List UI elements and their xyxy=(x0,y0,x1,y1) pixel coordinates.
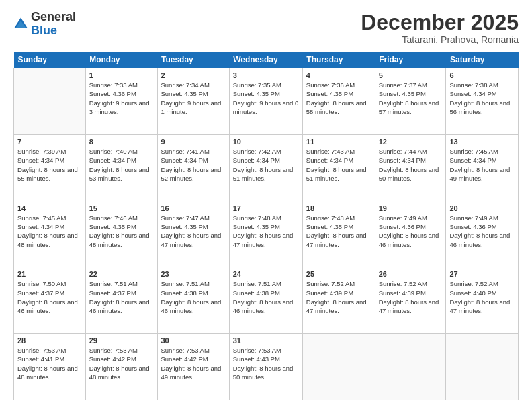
sunrise-text: Sunrise: 7:53 AM xyxy=(89,347,138,354)
sunset-text: Sunset: 4:37 PM xyxy=(89,289,136,297)
table-row: 21 Sunrise: 7:50 AM Sunset: 4:37 PM Dayl… xyxy=(14,267,86,334)
sunset-text: Sunset: 4:35 PM xyxy=(89,223,136,230)
day-info: Sunrise: 7:52 AM Sunset: 4:40 PM Dayligh… xyxy=(449,279,515,315)
calendar-week-row: 7 Sunrise: 7:39 AM Sunset: 4:34 PM Dayli… xyxy=(14,134,519,201)
day-number: 25 xyxy=(306,270,371,278)
day-number: 26 xyxy=(379,270,443,278)
sunrise-text: Sunrise: 7:41 AM xyxy=(161,148,210,155)
daylight-text: Daylight: 8 hours and 49 minutes. xyxy=(161,365,222,381)
sunset-text: Sunset: 4:42 PM xyxy=(89,355,136,363)
table-row: 22 Sunrise: 7:51 AM Sunset: 4:37 PM Dayl… xyxy=(85,267,157,334)
day-number: 3 xyxy=(233,71,299,79)
daylight-text: Daylight: 8 hours and 47 minutes. xyxy=(379,298,439,314)
sunrise-text: Sunrise: 7:52 AM xyxy=(306,280,355,287)
day-info: Sunrise: 7:47 AM Sunset: 4:35 PM Dayligh… xyxy=(161,214,226,249)
day-number: 6 xyxy=(449,71,515,79)
day-number: 29 xyxy=(89,336,154,345)
sunset-text: Sunset: 4:39 PM xyxy=(379,289,426,297)
sunrise-text: Sunrise: 7:51 AM xyxy=(233,280,281,287)
day-number: 2 xyxy=(161,71,226,79)
logo-icon xyxy=(13,17,28,32)
day-number: 18 xyxy=(306,204,371,212)
daylight-text: Daylight: 8 hours and 46 minutes. xyxy=(17,298,78,314)
daylight-text: Daylight: 8 hours and 52 minutes. xyxy=(161,166,222,182)
day-info: Sunrise: 7:43 AM Sunset: 4:34 PM Dayligh… xyxy=(306,147,371,183)
daylight-text: Daylight: 8 hours and 47 minutes. xyxy=(306,232,367,248)
sunrise-text: Sunrise: 7:51 AM xyxy=(89,280,138,287)
sunset-text: Sunset: 4:38 PM xyxy=(233,289,280,297)
day-info: Sunrise: 7:52 AM Sunset: 4:39 PM Dayligh… xyxy=(379,279,443,315)
sunrise-text: Sunrise: 7:33 AM xyxy=(89,81,138,89)
day-number: 30 xyxy=(161,336,226,345)
header-friday: Friday xyxy=(375,52,446,68)
day-number: 15 xyxy=(89,204,154,212)
sunrise-text: Sunrise: 7:53 AM xyxy=(161,347,210,354)
table-row: 25 Sunrise: 7:52 AM Sunset: 4:39 PM Dayl… xyxy=(302,267,375,334)
daylight-text: Daylight: 8 hours and 49 minutes. xyxy=(449,166,510,182)
daylight-text: Daylight: 8 hours and 51 minutes. xyxy=(233,166,294,182)
daylight-text: Daylight: 8 hours and 50 minutes. xyxy=(233,365,294,381)
table-row xyxy=(446,334,519,400)
sunrise-text: Sunrise: 7:38 AM xyxy=(449,81,498,89)
day-number: 4 xyxy=(306,71,371,79)
sunrise-text: Sunrise: 7:47 AM xyxy=(161,214,210,222)
sunrise-text: Sunrise: 7:45 AM xyxy=(17,214,66,222)
daylight-text: Daylight: 8 hours and 47 minutes. xyxy=(306,298,367,314)
table-row: 7 Sunrise: 7:39 AM Sunset: 4:34 PM Dayli… xyxy=(14,134,86,201)
sunrise-text: Sunrise: 7:52 AM xyxy=(379,280,427,287)
weekday-header-row: Sunday Monday Tuesday Wednesday Thursday… xyxy=(14,52,519,68)
day-number: 7 xyxy=(17,138,82,146)
sunrise-text: Sunrise: 7:49 AM xyxy=(379,214,427,222)
table-row: 26 Sunrise: 7:52 AM Sunset: 4:39 PM Dayl… xyxy=(375,267,446,334)
table-row: 10 Sunrise: 7:42 AM Sunset: 4:34 PM Dayl… xyxy=(229,134,302,201)
table-row: 12 Sunrise: 7:44 AM Sunset: 4:34 PM Dayl… xyxy=(375,134,446,201)
sunset-text: Sunset: 4:34 PM xyxy=(161,156,208,164)
day-info: Sunrise: 7:44 AM Sunset: 4:34 PM Dayligh… xyxy=(379,147,443,183)
sunrise-text: Sunrise: 7:50 AM xyxy=(17,280,66,287)
calendar-week-row: 21 Sunrise: 7:50 AM Sunset: 4:37 PM Dayl… xyxy=(14,267,519,334)
day-number: 17 xyxy=(233,204,299,212)
day-info: Sunrise: 7:33 AM Sunset: 4:36 PM Dayligh… xyxy=(89,81,154,116)
day-number: 13 xyxy=(449,138,515,146)
calendar-week-row: 28 Sunrise: 7:53 AM Sunset: 4:41 PM Dayl… xyxy=(14,334,519,400)
sunrise-text: Sunrise: 7:35 AM xyxy=(233,81,281,89)
header-tuesday: Tuesday xyxy=(157,52,229,68)
sunset-text: Sunset: 4:34 PM xyxy=(89,156,136,164)
sunrise-text: Sunrise: 7:39 AM xyxy=(17,148,66,155)
sunset-text: Sunset: 4:36 PM xyxy=(379,223,426,230)
daylight-text: Daylight: 8 hours and 48 minutes. xyxy=(89,232,150,248)
sunset-text: Sunset: 4:34 PM xyxy=(379,156,426,164)
sunset-text: Sunset: 4:34 PM xyxy=(449,90,496,97)
sunrise-text: Sunrise: 7:40 AM xyxy=(89,148,138,155)
sunset-text: Sunset: 4:42 PM xyxy=(161,355,208,363)
daylight-text: Daylight: 8 hours and 48 minutes. xyxy=(17,365,78,381)
sunset-text: Sunset: 4:34 PM xyxy=(449,156,496,164)
day-number: 24 xyxy=(233,270,299,278)
daylight-text: Daylight: 8 hours and 46 minutes. xyxy=(161,298,222,314)
day-number: 9 xyxy=(161,138,226,146)
day-info: Sunrise: 7:51 AM Sunset: 4:37 PM Dayligh… xyxy=(89,279,154,315)
sunrise-text: Sunrise: 7:53 AM xyxy=(233,347,281,354)
day-info: Sunrise: 7:48 AM Sunset: 4:35 PM Dayligh… xyxy=(306,214,371,249)
day-info: Sunrise: 7:45 AM Sunset: 4:34 PM Dayligh… xyxy=(449,147,515,183)
table-row: 29 Sunrise: 7:53 AM Sunset: 4:42 PM Dayl… xyxy=(85,334,157,400)
sunset-text: Sunset: 4:38 PM xyxy=(161,289,208,297)
sunrise-text: Sunrise: 7:45 AM xyxy=(449,148,498,155)
table-row: 5 Sunrise: 7:37 AM Sunset: 4:35 PM Dayli… xyxy=(375,68,446,135)
table-row: 15 Sunrise: 7:46 AM Sunset: 4:35 PM Dayl… xyxy=(85,201,157,267)
sunrise-text: Sunrise: 7:46 AM xyxy=(89,214,138,222)
table-row: 9 Sunrise: 7:41 AM Sunset: 4:34 PM Dayli… xyxy=(157,134,229,201)
day-info: Sunrise: 7:51 AM Sunset: 4:38 PM Dayligh… xyxy=(161,279,226,315)
sunset-text: Sunset: 4:35 PM xyxy=(306,223,353,230)
daylight-text: Daylight: 8 hours and 47 minutes. xyxy=(161,232,222,248)
daylight-text: Daylight: 8 hours and 51 minutes. xyxy=(306,166,367,182)
table-row: 28 Sunrise: 7:53 AM Sunset: 4:41 PM Dayl… xyxy=(14,334,86,400)
daylight-text: Daylight: 8 hours and 50 minutes. xyxy=(379,166,439,182)
table-row: 1 Sunrise: 7:33 AM Sunset: 4:36 PM Dayli… xyxy=(85,68,157,135)
sunset-text: Sunset: 4:40 PM xyxy=(449,289,496,297)
table-row: 13 Sunrise: 7:45 AM Sunset: 4:34 PM Dayl… xyxy=(446,134,519,201)
day-info: Sunrise: 7:53 AM Sunset: 4:42 PM Dayligh… xyxy=(89,346,154,381)
title-block: December 2025 Tatarani, Prahova, Romania xyxy=(361,11,519,45)
table-row: 3 Sunrise: 7:35 AM Sunset: 4:35 PM Dayli… xyxy=(229,68,302,135)
day-info: Sunrise: 7:46 AM Sunset: 4:35 PM Dayligh… xyxy=(89,214,154,249)
